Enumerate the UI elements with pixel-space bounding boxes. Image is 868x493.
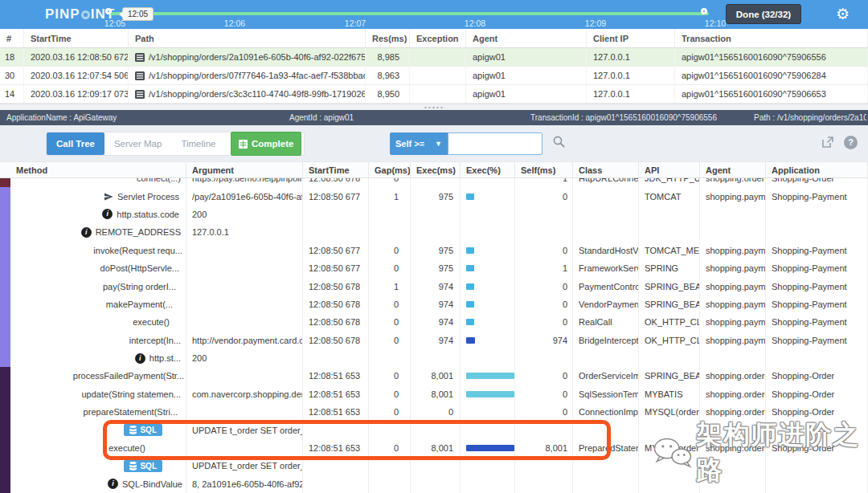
transaction-row[interactable]: 142020.03.16 12:09:17 073/v1/shopping/or… [0,85,868,104]
tab-server-map[interactable]: Server Map [104,132,171,155]
tree-col-api: API [639,162,700,177]
tree-row[interactable]: Servlet Process/pay/2a1091e6-605b-40f6-a… [0,187,868,205]
tree-row[interactable]: intercept(In...http://vendor.payment.car… [0,332,868,349]
tab-timeline[interactable]: Timeline [171,132,225,155]
transaction-row[interactable]: 182020.03.16 12:08:50 672/v1/shopping/or… [0,48,868,67]
tree-row[interactable]: SQLUPDATE t_order SET order_stat... [0,421,868,438]
tree-row[interactable]: ihttp.st...200 [0,349,868,367]
splitter-handle[interactable] [0,104,868,110]
txn-cell-client_ip: 127.0.0.1 [587,85,675,103]
tab-call-tree[interactable]: Call Tree [47,132,104,155]
txn-col-path[interactable]: Path [129,29,366,47]
transaction-row[interactable]: 302020.03.16 12:07:54 506/v1/shopping/or… [0,67,868,85]
filter-type-dropdown[interactable]: Self >= ▼ [390,132,448,155]
search-icon[interactable] [553,136,565,151]
tree-cell-cls: VendorPaymentS... [573,295,639,313]
timeline-track[interactable] [110,12,709,15]
tree-row[interactable]: invoke(Request requ...12:08:50 67709750S… [0,242,868,259]
tree-cell-argument [186,259,303,277]
settings-gear-icon[interactable]: ⚙ [836,4,850,25]
tree-cell-argument [186,313,303,331]
timeline-handle-right[interactable] [701,8,707,14]
tree-cell-app: Shopping-Order [766,439,868,457]
tree-cell-api: JDK_HTTP_URLCONN... [639,178,700,187]
txn-col-client-ip[interactable]: Client IP [587,29,675,47]
method-name: pay(String orderI... [103,282,176,291]
txn-col-[interactable]: # [0,29,24,47]
tree-row[interactable]: ihttp.status.code200 [0,206,868,223]
tree-cell-bar [461,367,515,385]
tree-row[interactable]: execute()12:08:51 65308,0018,001Prepared… [0,439,868,457]
top-header: PINPINT 12:05 12:0512:0612:0712:0812:091… [0,0,868,29]
method-name: http.st... [149,353,181,363]
tree-cell-cls [573,457,639,475]
open-in-new-window-icon[interactable] [821,136,834,152]
timeline-tick-label: 12:09 [585,18,606,28]
tree-cell-cls [573,475,639,493]
tree-row[interactable]: doPost(HttpServle...12:08:50 67709751Fra… [0,259,868,277]
txn-col-exception[interactable]: Exception [410,29,466,47]
txn-col-transaction[interactable]: Transaction [675,29,868,47]
exec-percent-bar [466,391,514,397]
tree-cell-agent: shopping.payme... [700,277,766,295]
agent-color-strip [0,403,10,421]
method-name: intercept(In... [129,336,181,345]
tree-cell-api: OK_HTTP_CLIENT [639,332,700,349]
tree-cell-bar [461,403,515,421]
tree-cell-gap [369,457,411,475]
tree-cell-api [639,475,700,493]
tree-cell-agent: shopping.payme... [700,259,766,277]
exec-percent-bar [466,337,475,344]
database-icon [129,462,137,471]
tree-row[interactable]: SQLUPDATE t_order SET order_stat... [0,457,868,475]
send-icon [104,192,113,202]
tree-row[interactable]: iSQL-BindValue8, 2a1091e6-605b-40f6-af92… [0,475,868,493]
filter-type-label: Self >= [395,139,424,149]
tree-row[interactable]: pay(String orderI...12:08:50 67819740Pay… [0,277,868,295]
tree-row[interactable]: connect(...)https://pay.demo.helppinpoin… [0,178,868,187]
txn-col-starttime[interactable]: StartTime [24,29,129,47]
tree-cell-start: 12:08:50 678 [303,313,369,331]
tree-row[interactable]: prepareStatement(Stri...12:08:51 653000C… [0,403,868,421]
agent-color-strip [0,349,10,367]
tree-row[interactable]: iREMOTE_ADDRESS127.0.0.1 [0,223,868,241]
search-input[interactable] [448,132,542,155]
tree-row[interactable]: execute()12:08:50 67809740RealCallOK_HTT… [0,313,868,331]
txn-col-res-ms[interactable]: Res(ms) [366,29,410,47]
tree-cell-api [639,206,700,223]
tree-cell-cls: ConnectionImpl [573,403,639,421]
done-button[interactable]: Done (32/32) [726,4,801,24]
tree-cell-app [766,223,868,241]
txn-cell-num: 18 [0,48,24,66]
tree-cell-start: 12:08:50 676 [303,178,369,187]
tree-cell-app: Shopping-Payment [766,187,868,205]
tree-cell-exec [411,421,461,438]
detail-toolbar: Call TreeServer MapTimelineMixed View Co… [0,125,868,161]
tree-cell-argument [186,367,303,385]
tree-row[interactable]: processFailedPayment(Str...12:08:51 6530… [0,367,868,385]
help-icon[interactable]: ? [844,136,858,149]
txn-col-agent[interactable]: Agent [466,29,587,47]
tree-cell-agent [700,475,766,493]
tree-cell-app [766,349,868,367]
complete-button[interactable]: Complete [231,132,301,156]
tree-cell-start [303,223,369,241]
tree-cell-cls: SqlSessionTempl... [573,385,639,403]
tree-row[interactable]: update(String statemen...com.navercorp.s… [0,385,868,403]
tree-cell-gap: 0 [369,313,411,331]
txn-path-text: /v1/shopping/orders/07f77646-1a93-4fac-a… [149,67,366,84]
tree-cell-gap: 0 [369,178,411,187]
tree-cell-agent [700,223,766,241]
tree-cell-argument: 127.0.0.1 [186,223,303,241]
tree-cell-cls: HttpURLConnection [573,178,639,187]
sql-badge[interactable]: SQL [124,424,162,436]
timeline-handle-left[interactable] [105,8,112,14]
tree-cell-start [303,421,369,438]
tree-cell-self: 0 [515,367,573,385]
tree-cell-exec [411,457,461,475]
tree-row[interactable]: makePayment(...12:08:50 67809740VendorPa… [0,295,868,313]
timeline-tick-label: 12:08 [465,18,485,28]
sql-badge[interactable]: SQL [124,460,162,472]
exec-percent-bar [466,283,474,290]
tree-cell-argument [186,242,303,259]
